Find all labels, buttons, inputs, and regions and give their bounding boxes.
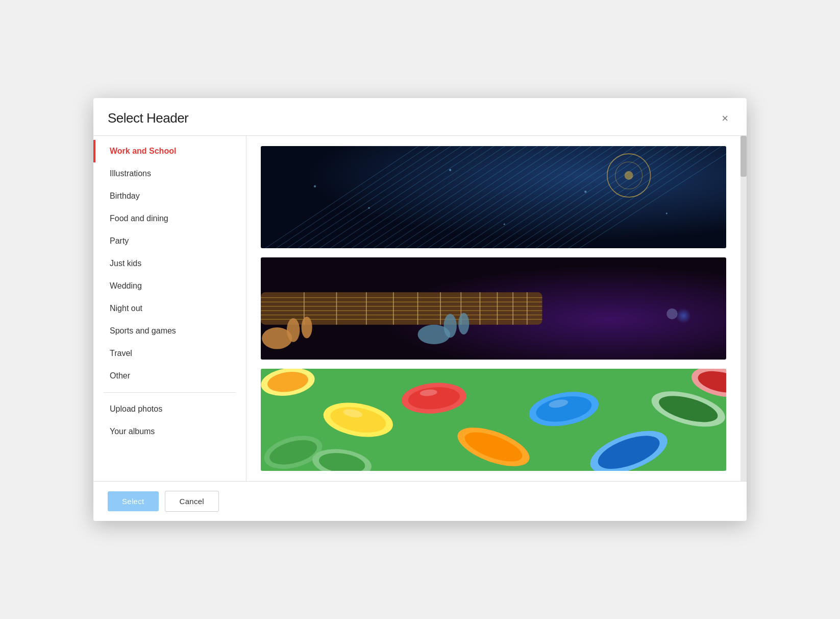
dialog-body: Work and SchoolIllustrationsBirthdayFood… bbox=[93, 136, 747, 481]
svg-point-66 bbox=[666, 308, 677, 319]
svg-point-61 bbox=[302, 317, 312, 338]
svg-point-38 bbox=[584, 191, 586, 193]
sidebar-item-illustrations[interactable]: Illustrations bbox=[93, 162, 246, 185]
svg-point-60 bbox=[287, 318, 300, 342]
header-image-tech[interactable] bbox=[261, 146, 726, 248]
sidebar-item-your-albums[interactable]: Your albums bbox=[93, 420, 246, 443]
close-button[interactable]: × bbox=[718, 111, 732, 126]
scrollbar-track[interactable] bbox=[740, 136, 747, 481]
header-image-guitar[interactable] bbox=[261, 257, 726, 360]
svg-point-35 bbox=[368, 207, 370, 209]
svg-point-63 bbox=[443, 314, 456, 338]
svg-point-33 bbox=[625, 171, 633, 180]
sidebar-item-food-and-dining[interactable]: Food and dining bbox=[93, 207, 246, 230]
header-image-candy[interactable] bbox=[261, 369, 726, 471]
svg-point-34 bbox=[314, 185, 316, 187]
svg-point-39 bbox=[666, 212, 668, 214]
svg-point-36 bbox=[449, 169, 451, 171]
sidebar-item-work-and-school[interactable]: Work and School bbox=[93, 140, 246, 162]
content-area bbox=[246, 136, 740, 481]
dialog-title: Select Header bbox=[108, 110, 188, 126]
svg-point-64 bbox=[458, 313, 469, 334]
svg-point-37 bbox=[504, 223, 505, 225]
sidebar: Work and SchoolIllustrationsBirthdayFood… bbox=[93, 136, 246, 481]
sidebar-item-sports-and-games[interactable]: Sports and games bbox=[93, 320, 246, 342]
sidebar-item-night-out[interactable]: Night out bbox=[93, 297, 246, 320]
sidebar-item-birthday[interactable]: Birthday bbox=[93, 185, 246, 207]
sidebar-item-travel[interactable]: Travel bbox=[93, 342, 246, 365]
dialog-header: Select Header × bbox=[93, 98, 747, 136]
sidebar-divider bbox=[104, 392, 236, 393]
dialog-footer: Select Cancel bbox=[93, 481, 747, 521]
select-header-dialog: Select Header × Work and SchoolIllustrat… bbox=[93, 98, 747, 521]
sidebar-item-other[interactable]: Other bbox=[93, 365, 246, 387]
sidebar-item-just-kids[interactable]: Just kids bbox=[93, 252, 246, 275]
cancel-button[interactable]: Cancel bbox=[165, 491, 219, 512]
select-button[interactable]: Select bbox=[108, 491, 159, 511]
sidebar-item-wedding[interactable]: Wedding bbox=[93, 275, 246, 297]
scrollbar-thumb[interactable] bbox=[740, 136, 747, 177]
sidebar-item-upload-photos[interactable]: Upload photos bbox=[93, 398, 246, 420]
sidebar-item-party[interactable]: Party bbox=[93, 230, 246, 252]
